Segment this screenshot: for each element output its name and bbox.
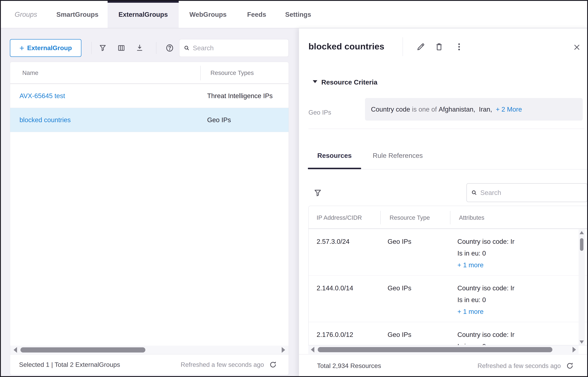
tab-feeds-label: Feeds xyxy=(247,11,266,18)
tab-externalgroups[interactable]: ExternalGroups xyxy=(108,1,179,28)
scroll-left-arrow-icon[interactable] xyxy=(14,347,17,353)
criteria-values-text: Afghanistan, Iran, xyxy=(439,106,492,113)
resource-attr: Is in eu: 0 xyxy=(457,249,486,257)
scroll-right-arrow-icon[interactable] xyxy=(573,347,576,353)
resources-filter-icon[interactable] xyxy=(313,188,322,197)
scroll-left-arrow-icon[interactable] xyxy=(311,347,314,353)
resources-table-card: IP Address/CIDR Resource Type Attributes… xyxy=(308,206,588,345)
tab-webgroups[interactable]: WebGroups xyxy=(187,1,229,28)
app-window: Groups SmartGroups ExternalGroups WebGro… xyxy=(0,0,588,377)
criteria-values xyxy=(437,106,439,113)
selection-summary: Selected 1 | Total 2 ExternalGroups xyxy=(19,361,120,368)
toolbar-divider xyxy=(91,42,92,54)
collapse-caret-icon[interactable] xyxy=(313,80,317,83)
search-icon xyxy=(471,189,477,196)
column-divider[interactable] xyxy=(450,211,450,224)
download-icon[interactable] xyxy=(135,44,144,52)
plus-icon: + xyxy=(20,44,24,52)
resource-type: Geo IPs xyxy=(388,284,411,292)
resource-ip: 2.176.0.0/12 xyxy=(317,331,353,339)
resources-rows-viewport: 2.57.3.0/24 Geo IPs Country iso code: Ir… xyxy=(309,229,588,345)
top-tabbar: Groups SmartGroups ExternalGroups WebGro… xyxy=(1,1,587,28)
left-search-input[interactable] xyxy=(193,44,284,52)
help-icon[interactable] xyxy=(165,44,174,52)
resources-search-input[interactable] xyxy=(480,189,583,197)
columns-icon[interactable] xyxy=(117,44,125,52)
scroll-right-arrow-icon[interactable] xyxy=(282,347,285,353)
resource-attr: Country iso code: Ir xyxy=(457,238,514,245)
edit-icon[interactable] xyxy=(416,42,425,52)
tab-feeds[interactable]: Feeds xyxy=(246,1,267,28)
tab-resources[interactable]: Resources xyxy=(308,143,361,168)
refreshed-label: Refreshed a few seconds ago xyxy=(181,361,264,368)
section-divider xyxy=(309,129,585,129)
left-hscroll-thumb[interactable] xyxy=(21,347,145,353)
resources-horizontal-scrollbar[interactable] xyxy=(308,345,578,354)
search-icon xyxy=(184,45,190,51)
tab-externalgroups-label: ExternalGroups xyxy=(119,11,168,18)
delete-icon[interactable] xyxy=(434,42,444,52)
column-divider[interactable] xyxy=(200,66,200,80)
criteria-operator-text: is one of xyxy=(412,106,437,113)
tab-groups-label: Groups xyxy=(15,11,37,18)
resource-attr: Is in eu: 0 xyxy=(457,296,486,304)
refresh-icon[interactable] xyxy=(269,361,277,369)
column-header-attributes[interactable]: Attributes xyxy=(459,214,484,221)
resources-total: Total 2,934 Resources xyxy=(317,362,381,370)
detail-drawer: blocked countries Resource Criteria Geo … xyxy=(299,28,588,377)
resource-row[interactable]: 2.176.0.0/12 Geo IPs Country iso code: I… xyxy=(309,322,588,345)
externalgroup-row[interactable]: AVX-65645 test Threat Intelligence IPs xyxy=(10,84,288,108)
criteria-chip: Country code is one of Afghanistan, Iran… xyxy=(365,98,583,121)
refresh-icon[interactable] xyxy=(566,362,574,370)
tab-webgroups-label: WebGroups xyxy=(189,11,227,18)
externalgroup-name-link[interactable]: AVX-65645 test xyxy=(20,92,65,100)
resources-vertical-scrollbar[interactable] xyxy=(578,229,585,345)
active-tab-underline xyxy=(308,168,361,169)
criteria-operator xyxy=(410,106,412,113)
add-externalgroup-label: ExternalGroup xyxy=(27,44,72,52)
criteria-row-label: Geo IPs xyxy=(309,109,331,116)
scroll-up-arrow-icon[interactable] xyxy=(579,231,584,234)
tab-settings-label: Settings xyxy=(285,11,311,18)
resource-row[interactable]: 2.144.0.0/14 Geo IPs Country iso code: I… xyxy=(309,276,588,322)
criteria-more-link[interactable]: + 2 More xyxy=(496,106,522,113)
criteria-field: Country code xyxy=(371,106,410,113)
resource-attr: Country iso code: Ir xyxy=(457,284,514,292)
tab-groups: Groups xyxy=(12,1,40,28)
more-actions-icon[interactable] xyxy=(454,42,464,52)
tab-settings[interactable]: Settings xyxy=(283,1,313,28)
resource-attr: Is in eu: 0 xyxy=(457,342,486,345)
column-divider[interactable] xyxy=(380,211,381,224)
column-header-resource-types[interactable]: Resource Types xyxy=(211,70,254,76)
column-header-ip[interactable]: IP Address/CIDR xyxy=(317,214,362,221)
resource-ip: 2.57.3.0/24 xyxy=(317,238,350,245)
left-horizontal-scrollbar[interactable] xyxy=(10,346,288,354)
left-search[interactable] xyxy=(179,39,289,57)
attr-more-link[interactable]: + 1 more xyxy=(457,308,484,315)
tab-resources-label: Resources xyxy=(317,152,352,159)
resources-status-bar: Total 2,934 Resources Refreshed a few se… xyxy=(299,354,588,377)
attr-more-link[interactable]: + 1 more xyxy=(457,261,484,269)
tabs-divider xyxy=(308,169,588,170)
resource-row[interactable]: 2.57.3.0/24 Geo IPs Country iso code: Ir… xyxy=(309,229,588,276)
resources-table-header: IP Address/CIDR Resource Type Attributes xyxy=(309,206,588,229)
externalgroup-row-selected[interactable]: blocked countries Geo IPs xyxy=(10,108,288,132)
tab-rule-references[interactable]: Rule References xyxy=(371,143,425,168)
resources-search[interactable] xyxy=(466,183,588,202)
vscroll-thumb[interactable] xyxy=(580,238,583,251)
tab-smartgroups[interactable]: SmartGroups xyxy=(54,1,101,28)
close-icon[interactable] xyxy=(573,43,581,52)
column-header-type[interactable]: Resource Type xyxy=(389,214,430,221)
column-header-name[interactable]: Name xyxy=(22,70,38,76)
filter-icon[interactable] xyxy=(99,44,107,52)
resource-type: Geo IPs xyxy=(388,238,411,245)
externalgroups-table-card: Name Resource Types AVX-65645 test Threa… xyxy=(10,62,289,375)
add-externalgroup-button[interactable]: + ExternalGroup xyxy=(10,39,81,57)
resource-ip: 2.144.0.0/14 xyxy=(317,284,353,292)
scroll-down-arrow-icon[interactable] xyxy=(579,341,584,344)
tab-smartgroups-label: SmartGroups xyxy=(56,11,99,18)
resource-criteria-heading[interactable]: Resource Criteria xyxy=(321,78,377,86)
right-hscroll-thumb[interactable] xyxy=(318,347,552,352)
externalgroup-name-link[interactable]: blocked countries xyxy=(20,116,71,124)
externalgroups-table-header: Name Resource Types xyxy=(10,62,288,84)
